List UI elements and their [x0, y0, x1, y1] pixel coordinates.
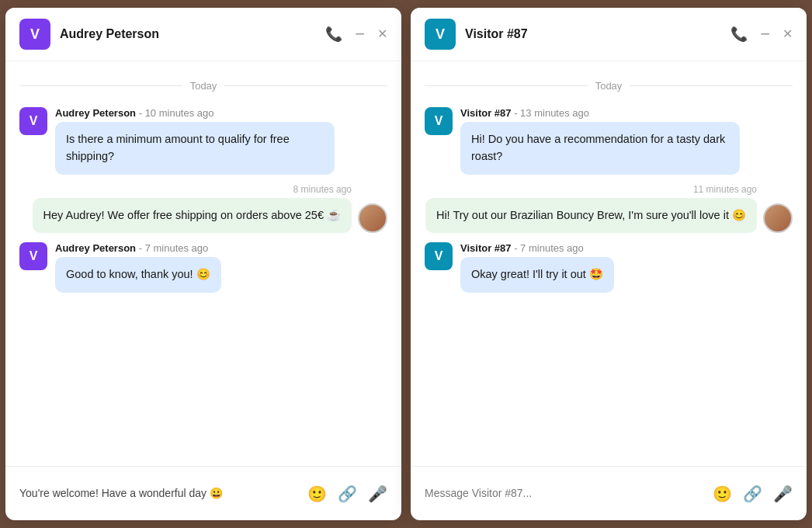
msg-content-3: Audrey Peterson - 7 minutes ago Good to … [55, 242, 221, 293]
input-icons-audrey: 🙂 🔗 🎤 [307, 485, 387, 503]
avatar-audrey: V [19, 19, 50, 50]
msg-time-1: - [139, 107, 145, 119]
chat-input-audrey[interactable]: You're welcome! Have a wonderful day 😀 [19, 485, 300, 502]
message-group-v87-3: V Visitor #87 - 7 minutes ago Okay great… [425, 242, 793, 293]
message-group-3: V Audrey Peterson - 7 minutes ago Good t… [19, 242, 387, 293]
msg-meta-v87-3: Visitor #87 - 7 minutes ago [460, 242, 614, 254]
msg-sender-3: Audrey Peterson [55, 242, 136, 254]
attach-icon-audrey[interactable]: 🔗 [338, 485, 357, 503]
chat-input-area-v87: 🙂 🔗 🎤 [411, 466, 807, 520]
avatar-visitor87: V [425, 19, 456, 50]
close-icon-v87[interactable]: ✕ [783, 28, 793, 40]
msg-timestamp-v87-1: 13 minutes ago [520, 107, 589, 119]
date-divider-v87: Today [425, 80, 793, 92]
attach-icon-v87[interactable]: 🔗 [743, 485, 762, 503]
msg-bubble-1: Is there a minimum amount to qualify for… [55, 122, 335, 175]
msg-meta-v87-1: Visitor #87 - 13 minutes ago [460, 107, 740, 119]
msg-sep-v87-3: - [514, 242, 520, 254]
emoji-icon-audrey[interactable]: 🙂 [307, 485, 327, 503]
chat-title-visitor87: Visitor #87 [465, 27, 721, 41]
message-group-2: 8 minutes ago Hey Audrey! We offer free … [19, 184, 387, 234]
header-icons-visitor87: 📞 − ✕ [730, 26, 793, 43]
msg-avatar-audrey-3: V [19, 242, 47, 270]
msg-content-1: Audrey Peterson - 10 minutes ago Is ther… [55, 107, 335, 175]
msg-avatar-v87-3: V [425, 242, 453, 270]
minimize-icon-v87[interactable]: − [760, 26, 770, 43]
divider-line-right [224, 85, 387, 86]
input-icons-v87: 🙂 🔗 🎤 [713, 485, 793, 503]
message-group-1: V Audrey Peterson - 10 minutes ago Is th… [19, 107, 387, 175]
msg-text-v87-2: Hi! Try out our Brazilian Bouncy Brew, I… [436, 209, 746, 221]
chat-window-visitor87: V Visitor #87 📞 − ✕ Today V Visitor #87 … [411, 8, 807, 520]
chat-title-audrey: Audrey Peterson [60, 27, 316, 41]
agent-avatar-v87 [763, 203, 793, 233]
msg-timestamp-3: 7 minutes ago [145, 242, 209, 254]
chat-window-audrey: V Audrey Peterson 📞 − ✕ Today V Audrey P… [5, 8, 401, 520]
msg-avatar-v87-1: V [425, 107, 453, 135]
msg-timestamp-2: 8 minutes ago [293, 184, 352, 195]
msg-content-2: 8 minutes ago Hey Audrey! We offer free … [33, 184, 352, 234]
msg-text-v87-1: Hi! Do you have a recommendation for a t… [471, 133, 725, 162]
msg-timestamp-1: 10 minutes ago [145, 107, 214, 119]
chat-header-audrey: V Audrey Peterson 📞 − ✕ [5, 8, 401, 61]
chat-input-area-audrey: You're welcome! Have a wonderful day 😀 🙂… [5, 466, 401, 520]
msg-meta-1: Audrey Peterson - 10 minutes ago [55, 107, 335, 119]
chat-input-v87[interactable] [425, 485, 705, 502]
phone-icon-v87[interactable]: 📞 [730, 27, 748, 41]
msg-timestamp-v87-3: 7 minutes ago [520, 242, 584, 254]
msg-content-v87-3: Visitor #87 - 7 minutes ago Okay great! … [460, 242, 614, 293]
agent-avatar-1 [358, 203, 387, 233]
date-divider-audrey: Today [19, 80, 387, 92]
phone-icon[interactable]: 📞 [325, 27, 342, 41]
msg-text-2: Hey Audrey! We offer free shipping on or… [43, 209, 341, 221]
msg-bubble-3: Good to know, thank you! 😊 [55, 257, 221, 293]
msg-text-3: Good to know, thank you! 😊 [66, 268, 210, 280]
msg-bubble-2: Hey Audrey! We offer free shipping on or… [33, 198, 352, 234]
date-label-v87: Today [595, 80, 623, 92]
date-label-audrey: Today [190, 80, 217, 92]
mic-icon-v87[interactable]: 🎤 [773, 485, 793, 503]
close-icon[interactable]: ✕ [377, 28, 387, 40]
msg-content-v87-1: Visitor #87 - 13 minutes ago Hi! Do you … [460, 107, 740, 175]
msg-bubble-v87-3: Okay great! I'll try it out 🤩 [460, 257, 614, 293]
divider-line-right-v87 [630, 85, 793, 86]
msg-text-1: Is there a minimum amount to qualify for… [66, 133, 290, 162]
msg-content-v87-2: 11 minutes ago Hi! Try out our Brazilian… [425, 184, 757, 234]
msg-sender-v87-1: Visitor #87 [460, 107, 512, 119]
mic-icon-audrey[interactable]: 🎤 [368, 485, 387, 503]
msg-sep-3: - [139, 242, 145, 254]
msg-timestamp-v87-2: 11 minutes ago [693, 184, 757, 195]
msg-text-v87-3: Okay great! I'll try it out 🤩 [471, 268, 603, 280]
msg-meta-3: Audrey Peterson - 7 minutes ago [55, 242, 221, 254]
divider-line-left-v87 [425, 85, 588, 86]
msg-sep-v87-1: - [514, 107, 520, 119]
header-icons-audrey: 📞 − ✕ [325, 26, 387, 43]
minimize-icon[interactable]: − [355, 26, 365, 43]
message-group-v87-1: V Visitor #87 - 13 minutes ago Hi! Do yo… [425, 107, 793, 175]
msg-avatar-audrey-1: V [19, 107, 47, 135]
msg-sender-v87-3: Visitor #87 [460, 242, 512, 254]
chat-header-visitor87: V Visitor #87 📞 − ✕ [411, 8, 807, 61]
message-group-v87-2: 11 minutes ago Hi! Try out our Brazilian… [425, 184, 793, 234]
msg-sender-1: Audrey Peterson [55, 107, 136, 119]
chat-body-visitor87: Today V Visitor #87 - 13 minutes ago Hi!… [411, 61, 807, 466]
msg-bubble-v87-1: Hi! Do you have a recommendation for a t… [460, 122, 740, 175]
emoji-icon-v87[interactable]: 🙂 [713, 485, 732, 503]
divider-line-left [19, 85, 182, 86]
chat-body-audrey: Today V Audrey Peterson - 10 minutes ago… [5, 61, 401, 466]
msg-bubble-v87-2: Hi! Try out our Brazilian Bouncy Brew, I… [425, 198, 757, 234]
